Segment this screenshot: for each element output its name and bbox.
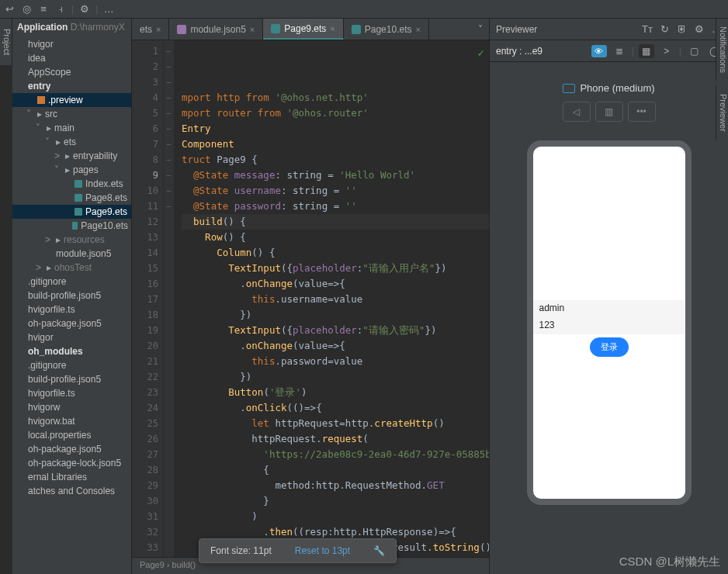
main-toolbar: ↩ ◎ ≡ ⫞ | ⚙ | … [0,0,728,19]
tree-item-oh-package-json5[interactable]: oh-package.json5 [12,316,131,330]
login-button[interactable]: 登录 [590,337,629,357]
code-editor[interactable]: 1234567891011121314151617181920212223242… [132,40,489,557]
project-root[interactable]: Application D:\harmonyX [12,19,131,36]
nav-back-button[interactable]: ◁ [563,102,591,122]
wrench-icon[interactable]: 🔧 [373,545,385,556]
settings-icon[interactable]: ⚙ [695,23,704,35]
fold-gutter[interactable]: ––––––––––– [163,40,174,557]
tree-item-module-json5[interactable]: module.json5 [12,247,131,261]
back-icon[interactable]: ↩ [3,3,16,16]
tree-item-appscope[interactable]: AppScope [12,65,131,79]
editor-gutter: 1234567891011121314151617181920212223242… [132,40,163,557]
tree-item-src[interactable]: ˅▸src [12,107,131,121]
collapse-icon[interactable]: ≡ [37,3,50,16]
tree-item-hvigorfile-ts[interactable]: hvigorfile.ts [12,303,131,316]
tree-item-hvigor[interactable]: hvigor [12,37,131,51]
font-size-tooltip: Font size: 11pt Reset to 13pt 🔧 [199,538,397,563]
watermark: CSDN @L树懒先生 [619,555,720,569]
chevron-icon[interactable]: > [659,44,674,58]
device-frame: admin 123 登录 [527,140,692,505]
layers-icon[interactable]: ≣ [612,44,627,58]
tree-item-hvigor[interactable]: hvigor [12,330,131,344]
tree-item-resources[interactable]: >▸resources [12,233,131,247]
project-panel: Application D:\harmonyX hvigorideaAppSco… [12,19,132,574]
previewer-title: Previewer [496,24,634,35]
bug-icon[interactable]: ⛨ [677,23,687,35]
sidebar-tab-notifications[interactable]: Notifications [716,19,728,81]
tabs-overflow-icon[interactable]: ˅ [472,24,489,35]
tree-item-index-ets[interactable]: Index.ets [12,177,131,191]
tree-item-main[interactable]: ˅▸main [12,121,131,135]
tab-ets[interactable]: ets× [132,19,169,40]
tree-item-pages[interactable]: ˅▸pages [12,163,131,177]
tree-item-page10-ets[interactable]: Page10.ets [12,219,131,233]
check-icon: ✓ [478,45,484,61]
font-size-label: Font size: 11pt [210,545,272,556]
nav-split-button[interactable]: ▥ [595,102,623,122]
tree-item-atches-and-consoles[interactable]: atches and Consoles [12,484,131,498]
frame-icon[interactable]: ▢ [686,44,702,58]
tree-item-build-profile-json5[interactable]: build-profile.json5 [12,289,131,303]
text-size-icon[interactable]: Tт [642,23,653,35]
grid-icon[interactable]: ▦ [639,44,654,58]
eye-icon[interactable]: 👁 [591,45,607,57]
tree-item-oh-package-lock-json5[interactable]: oh-package-lock.json5 [12,456,131,470]
close-icon[interactable]: × [156,25,161,34]
device-label: Phone (medium) [490,62,728,102]
reload-icon[interactable]: ↻ [660,23,669,35]
phone-icon [563,84,575,93]
username-input[interactable]: admin [533,300,685,317]
sidebar-tab-previewer[interactable]: Previewer [716,85,728,140]
tree-item-hvigorw-bat[interactable]: hvigorw.bat [12,414,131,428]
nav-more-button[interactable]: ••• [628,102,656,122]
tree-item-local-properties[interactable]: local.properties [12,428,131,442]
tree-item-page9-ets[interactable]: Page9.ets [12,205,131,219]
tab-module-json5[interactable]: module.json5× [169,19,263,40]
split-icon[interactable]: ⫞ [54,3,67,16]
tree-item-idea[interactable]: idea [12,51,131,65]
tree-item-ets[interactable]: ˅▸ets [12,135,131,149]
password-input[interactable]: 123 [533,317,685,334]
tree-item--preview[interactable]: .preview [12,93,131,107]
close-icon[interactable]: × [415,25,420,34]
tree-item-entry[interactable]: entry [12,79,131,93]
tree-item--gitignore[interactable]: .gitignore [12,358,131,372]
tab-page10-ets[interactable]: Page10.ets× [344,19,429,40]
sidebar-tab-project[interactable]: Project [0,19,12,65]
tree-item-entryability[interactable]: >▸entryability [12,149,131,163]
tree-item-hvigorw[interactable]: hvigorw [12,400,131,414]
tree-item-page8-ets[interactable]: Page8.ets [12,191,131,205]
tree-item-ohostest[interactable]: >▸ohosTest [12,261,131,275]
close-icon[interactable]: × [330,24,335,33]
settings-icon[interactable]: ⚙ [78,3,91,16]
tree-item-hvigorfile-ts[interactable]: hvigorfile.ts [12,386,131,400]
tree-item-oh-package-json5[interactable]: oh-package.json5 [12,442,131,456]
reset-font-link[interactable]: Reset to 13pt [295,545,350,556]
tab-page9-ets[interactable]: Page9.ets× [263,19,343,40]
editor-tabs: ets×module.json5×Page9.ets×Page10.ets× ˅ [132,19,489,40]
close-icon[interactable]: × [250,25,255,34]
previewer-panel: Previewer Tт ↻ ⛨ ⚙ … entry : ...e9 👁 ≣ |… [489,19,728,574]
tree-item--gitignore[interactable]: .gitignore [12,275,131,289]
target-icon[interactable]: ◎ [20,3,33,16]
previewer-entry[interactable]: entry : ...e9 [496,46,587,57]
tree-item-ernal-libraries[interactable]: ernal Libraries [12,470,131,484]
tree-item-oh_modules[interactable]: oh_modules [12,344,131,358]
more-icon[interactable]: … [102,3,115,16]
tree-item-build-profile-json5[interactable]: build-profile.json5 [12,372,131,386]
